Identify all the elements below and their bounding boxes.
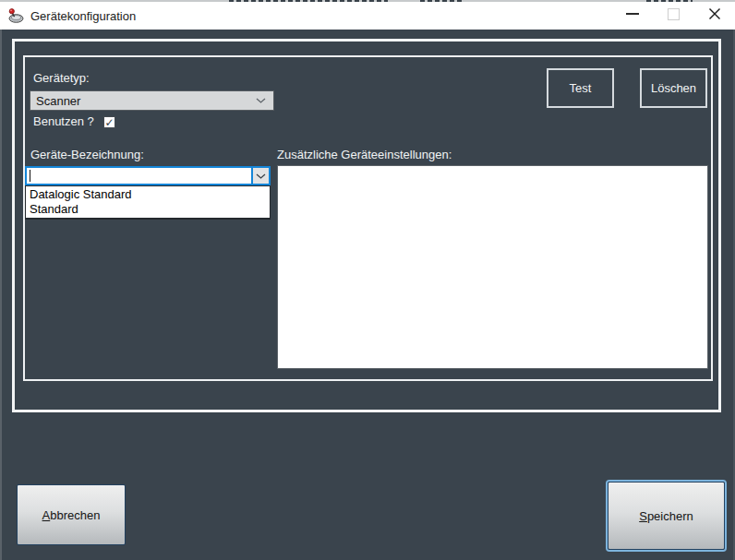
test-button[interactable]: Test — [547, 68, 614, 108]
maximize-button[interactable] — [653, 0, 694, 28]
close-icon — [708, 7, 721, 20]
device-name-label: Geräte-Bezeichnung: — [30, 148, 144, 161]
cancel-button[interactable]: Abbrechen — [17, 484, 126, 545]
cancel-button-label: Abbrechen — [42, 508, 101, 522]
delete-button[interactable]: Löschen — [640, 68, 707, 108]
device-type-label: Gerätetyp: — [33, 71, 90, 85]
device-type-select[interactable]: Scanner — [30, 90, 274, 111]
app-device-icon — [7, 7, 24, 24]
device-name-combobox — [25, 166, 271, 185]
device-name-dropdown-list: Datalogic Standard Standard — [25, 185, 271, 220]
checkmark-icon: ✓ — [104, 117, 114, 128]
chevron-down-icon — [256, 173, 266, 179]
window-left-edge — [0, 30, 2, 560]
device-configuration-window: Gerätekonfiguration Gerätetyp: Scanner B… — [0, 0, 735, 560]
use-checkbox[interactable]: ✓ — [103, 116, 115, 128]
save-button[interactable]: Speichern — [608, 482, 725, 550]
dropdown-option[interactable]: Datalogic Standard — [26, 187, 270, 202]
minimize-icon — [626, 13, 639, 15]
device-type-selected-value: Scanner — [30, 94, 256, 108]
device-name-dropdown-button[interactable] — [251, 168, 269, 184]
extra-settings-textarea[interactable] — [277, 165, 708, 369]
window-title: Gerätekonfiguration — [30, 9, 136, 23]
dropdown-option[interactable]: Standard — [26, 202, 270, 217]
extra-settings-label: Zusätzliche Geräteeinstellungen: — [277, 148, 452, 161]
close-button[interactable] — [693, 0, 735, 28]
use-label: Benutzen ? — [33, 114, 94, 128]
chevron-down-icon — [256, 98, 266, 103]
maximize-icon — [668, 8, 680, 20]
device-name-input[interactable] — [30, 168, 251, 184]
minimize-button[interactable] — [611, 0, 653, 28]
save-button-label: Speichern — [639, 509, 693, 523]
